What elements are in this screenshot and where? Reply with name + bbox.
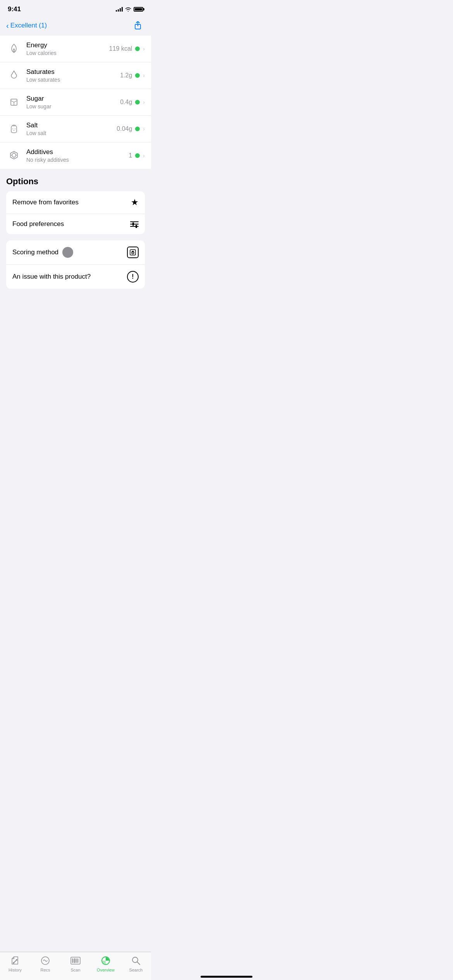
battery-icon: [134, 7, 143, 12]
salt-subtitle: Low salt: [26, 130, 117, 136]
additives-subtitle: No risky additives: [26, 157, 129, 163]
energy-subtitle: Low calories: [26, 50, 109, 56]
options-card-2: Scoring method An issue with this produc…: [6, 240, 145, 289]
salt-status-dot: [135, 127, 140, 131]
nutrient-saturates[interactable]: Saturates Low saturates 1.2g ›: [0, 62, 151, 89]
svg-rect-2: [11, 126, 17, 133]
saturates-name: Saturates: [26, 68, 120, 76]
additives-name: Additives: [26, 148, 129, 156]
svg-point-5: [14, 130, 14, 131]
back-button[interactable]: ‹ Excellent (1): [6, 21, 47, 30]
issue-item[interactable]: An issue with this product? !: [6, 265, 145, 289]
nutrient-additives[interactable]: Additives No risky additives 1 ›: [0, 142, 151, 169]
signal-bars-icon: [116, 7, 123, 12]
share-button[interactable]: [131, 19, 145, 33]
options-card-1: Remove from favorites ★ Food preferences: [6, 191, 145, 234]
scoring-label: Scoring method: [12, 248, 58, 256]
additives-value: 1: [129, 152, 132, 159]
sugar-subtitle: Low sugar: [26, 103, 120, 110]
salt-value: 0.04g: [117, 125, 132, 132]
sugar-value: 0.4g: [120, 99, 132, 106]
sugar-chevron-icon: ›: [143, 99, 145, 105]
additives-status-dot: [135, 153, 140, 158]
svg-point-3: [12, 128, 13, 129]
scoring-method-item[interactable]: Scoring method: [6, 240, 145, 265]
nutrient-energy[interactable]: Energy Low calories 119 kcal ›: [0, 36, 151, 62]
cube-icon: [6, 94, 22, 110]
status-icons: [116, 7, 143, 12]
sugar-name: Sugar: [26, 95, 120, 103]
flame-icon: [6, 41, 22, 57]
options-title: Options: [6, 176, 145, 187]
remove-from-favorites-item[interactable]: Remove from favorites ★: [6, 191, 145, 214]
additives-chevron-icon: ›: [143, 152, 145, 159]
nutrient-salt[interactable]: Salt Low salt 0.04g ›: [0, 116, 151, 142]
svg-point-4: [15, 128, 15, 129]
saturates-value: 1.2g: [120, 72, 132, 79]
saturates-status-dot: [135, 73, 140, 78]
scoring-icon: [127, 247, 139, 258]
status-bar: 9:41: [0, 0, 151, 15]
back-chevron-icon: ‹: [6, 21, 9, 30]
additive-icon: [6, 148, 22, 163]
options-section: Options Remove from favorites ★ Food pre…: [0, 169, 151, 293]
issue-label: An issue with this product?: [12, 273, 91, 281]
energy-name: Energy: [26, 41, 109, 49]
sugar-status-dot: [135, 100, 140, 105]
food-preferences-label: Food preferences: [12, 220, 64, 228]
status-time: 9:41: [8, 5, 21, 13]
nutrient-sugar[interactable]: Sugar Low sugar 0.4g ›: [0, 89, 151, 116]
energy-value: 119 kcal: [109, 45, 132, 52]
svg-point-6: [12, 153, 16, 157]
share-icon: [134, 21, 142, 30]
energy-chevron-icon: ›: [143, 46, 145, 52]
salt-chevron-icon: ›: [143, 126, 145, 132]
remove-favorites-label: Remove from favorites: [12, 199, 79, 206]
nutrient-list: Energy Low calories 119 kcal › Saturates…: [0, 36, 151, 169]
filter-icon: [130, 221, 139, 227]
nav-bar: ‹ Excellent (1): [0, 15, 151, 36]
saturates-chevron-icon: ›: [143, 72, 145, 79]
energy-status-dot: [135, 46, 140, 51]
wifi-icon: [125, 7, 131, 12]
salt-icon: [6, 121, 22, 137]
drop-icon: [6, 68, 22, 83]
saturates-subtitle: Low saturates: [26, 77, 120, 83]
star-icon: ★: [131, 197, 139, 207]
salt-name: Salt: [26, 122, 117, 129]
food-preferences-item[interactable]: Food preferences: [6, 214, 145, 234]
issue-icon: !: [127, 271, 139, 283]
scoring-indicator: [62, 247, 73, 258]
back-label: Excellent (1): [10, 22, 47, 29]
